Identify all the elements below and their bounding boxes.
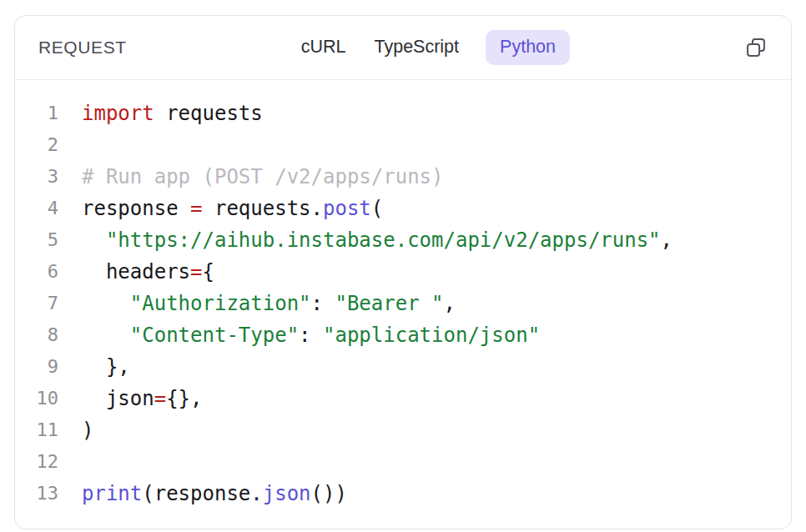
code-line: 9 }, — [15, 351, 791, 383]
line-number: 11 — [15, 414, 58, 446]
code-text — [58, 129, 93, 161]
line-number: 1 — [15, 98, 58, 129]
code-line: 8 "Content-Type": "application/json" — [15, 319, 791, 351]
copy-button[interactable] — [743, 34, 769, 61]
code-text: json={}, — [58, 383, 203, 414]
code-line: 11) — [15, 414, 791, 446]
code-text: headers={ — [58, 256, 214, 288]
line-number: 7 — [15, 288, 58, 319]
code-line: 3# Run app (POST /v2/apps/runs) — [15, 161, 791, 193]
code-text: "https://aihub.instabase.com/api/v2/apps… — [58, 224, 673, 256]
code-line: 2 — [15, 129, 791, 161]
code-text — [58, 446, 93, 478]
code-text: "Authorization": "Bearer ", — [58, 288, 456, 319]
tab-python[interactable]: Python — [486, 30, 570, 65]
code-line: 6 headers={ — [15, 256, 791, 288]
line-number: 3 — [15, 161, 58, 193]
code-line: 1import requests — [15, 98, 791, 129]
line-number: 12 — [15, 446, 58, 478]
line-number: 13 — [15, 478, 58, 509]
line-number: 10 — [15, 383, 58, 414]
code-lines: 1import requests2 3# Run app (POST /v2/a… — [15, 98, 791, 509]
code-line: 5 "https://aihub.instabase.com/api/v2/ap… — [15, 224, 791, 256]
code-text: import requests — [58, 98, 263, 129]
code-line: 4response = requests.post( — [15, 193, 791, 224]
card-header: REQUEST cURLTypeScriptPython — [15, 16, 791, 80]
code-text: ) — [58, 414, 93, 446]
code-line: 12 — [15, 446, 791, 478]
line-number: 2 — [15, 129, 58, 161]
copy-icon — [744, 36, 768, 59]
code-text: "Content-Type": "application/json" — [58, 319, 540, 351]
line-number: 5 — [15, 224, 58, 256]
line-number: 4 — [15, 193, 58, 224]
code-line: 7 "Authorization": "Bearer ", — [15, 288, 791, 319]
code-line: 10 json={}, — [15, 383, 791, 414]
language-tabs: cURLTypeScriptPython — [127, 30, 743, 65]
code-line: 13print(response.json()) — [15, 478, 791, 509]
code-text: response = requests.post( — [58, 193, 383, 224]
line-number: 9 — [15, 351, 58, 383]
code-editor: 1import requests2 3# Run app (POST /v2/a… — [15, 80, 791, 529]
tab-typescript[interactable]: TypeScript — [372, 31, 461, 64]
tab-curl[interactable]: cURL — [300, 31, 348, 64]
line-number: 6 — [15, 256, 58, 288]
line-number: 8 — [15, 319, 58, 351]
panel-title: REQUEST — [38, 38, 127, 58]
request-code-card: REQUEST cURLTypeScriptPython 1import req… — [14, 15, 792, 529]
code-text: # Run app (POST /v2/apps/runs) — [58, 161, 443, 193]
code-text: print(response.json()) — [58, 478, 347, 509]
code-text: }, — [58, 351, 130, 383]
